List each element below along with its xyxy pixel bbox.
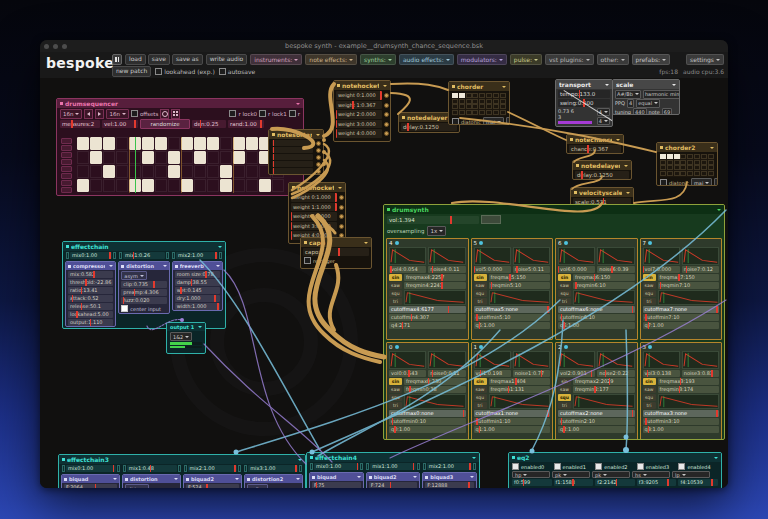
delay-slider[interactable]: delay:0.1250 — [575, 171, 629, 179]
pan-box[interactable] — [481, 215, 501, 224]
distortion2-effect[interactable]: distortion2soft — [244, 474, 303, 488]
chord-cell[interactable] — [493, 104, 499, 109]
param-slider[interactable]: ratio:13.41 — [68, 287, 113, 294]
drumsequencer-module[interactable]: drumsequencer 16n 16n offsets r lock0 r … — [56, 98, 304, 196]
drumsynth-cell[interactable]: 4vol4:0.054noise4:0.11sinsawsqutrifreqma… — [386, 238, 469, 340]
module-header[interactable]: eq2 — [509, 453, 721, 462]
chord-cell[interactable] — [667, 154, 673, 159]
freq-envelope-display[interactable] — [573, 290, 635, 305]
play-pause-button[interactable] — [112, 54, 122, 65]
param-slider[interactable]: threshold:-22.86 — [68, 279, 113, 286]
module-menu-icon[interactable] — [717, 209, 721, 211]
write-audio-button[interactable]: write audio — [206, 54, 248, 65]
r-lock2-checkbox[interactable]: r — [289, 110, 300, 117]
eq2-module[interactable]: eq2 enabled0enabled1enabled2enabled3enab… — [508, 452, 722, 488]
reset-button[interactable]: reset — [558, 127, 580, 128]
module-header[interactable]: effectchain — [63, 242, 225, 251]
sorter-row[interactable] — [272, 147, 313, 153]
param-slider[interactable]: release:50.1 — [68, 303, 113, 310]
chord-cell[interactable] — [687, 160, 693, 165]
tone-envelope-display[interactable] — [389, 351, 426, 369]
module-menu-icon[interactable] — [198, 326, 202, 328]
osc-tri-button[interactable]: tri — [474, 298, 487, 305]
seq-step-cell[interactable] — [142, 165, 154, 178]
drag-handle[interactable] — [310, 463, 313, 470]
seq-step-cell[interactable] — [194, 137, 206, 150]
seq-step-cell[interactable] — [77, 179, 89, 192]
param-slider[interactable]: F:12888 — [425, 482, 474, 488]
seq-step-cell[interactable] — [155, 151, 167, 164]
row-connector[interactable] — [61, 152, 72, 158]
chord-cell[interactable] — [493, 93, 499, 98]
chord-type-dropdown[interactable]: maj — [691, 178, 712, 186]
module-menu-icon[interactable] — [624, 165, 628, 167]
osc-saw-button[interactable]: saw — [474, 282, 487, 289]
param-slider[interactable]: attack:0.52 — [68, 295, 113, 302]
category-menu-prefabs[interactable]: prefabs: — [632, 54, 671, 65]
output-node[interactable] — [316, 162, 321, 167]
chance-slider[interactable]: chance:0.367 — [569, 145, 621, 153]
chord-cell[interactable] — [500, 110, 506, 115]
module-menu-icon[interactable] — [672, 84, 676, 86]
noise-slider[interactable]: noise5:0.11 — [513, 266, 550, 273]
category-menu-modulators[interactable]: modulators: — [457, 54, 507, 65]
chord-cell[interactable] — [680, 165, 686, 170]
chord-cell[interactable] — [459, 99, 465, 104]
module-header[interactable]: notehocket — [334, 81, 390, 90]
chord-cell[interactable] — [667, 160, 673, 165]
module-header[interactable]: effectchain3 — [59, 455, 305, 464]
seq-step-cell[interactable] — [220, 179, 232, 192]
noise-envelope-display[interactable] — [513, 351, 550, 369]
osc-tri-button[interactable]: tri — [558, 298, 571, 305]
mix-slider[interactable]: mix2:1.00 — [176, 252, 218, 259]
module-header[interactable]: notesorter — [269, 130, 323, 139]
seq-step-cell[interactable] — [194, 165, 206, 178]
drag-handle[interactable] — [360, 463, 363, 470]
row-connector[interactable] — [61, 159, 72, 165]
chord-cell[interactable] — [694, 165, 700, 170]
compressor-effect[interactable]: compressormix:0.582threshold:-22.86ratio… — [65, 261, 116, 327]
seq-param-slider[interactable]: den:0.25 — [192, 120, 226, 128]
noise-envelope-display[interactable] — [513, 247, 550, 265]
param-slider[interactable]: lookahead:5.00 — [68, 311, 113, 318]
chord-cell[interactable] — [660, 154, 666, 159]
osc-tri-button[interactable]: tri — [389, 298, 402, 305]
chord-cell[interactable] — [466, 104, 472, 109]
chord-cell[interactable] — [660, 165, 666, 170]
seq-step-cell[interactable] — [77, 151, 89, 164]
q-slider[interactable]: q5:1.00 — [474, 322, 551, 329]
tone-envelope-display[interactable] — [558, 247, 595, 265]
chord-cell[interactable] — [459, 104, 465, 109]
seq-step-cell[interactable] — [181, 179, 193, 192]
mix-slider[interactable]: mix0:1.00 — [70, 252, 112, 259]
chord-cell[interactable] — [660, 160, 666, 165]
chord-cell[interactable] — [479, 104, 485, 109]
seq-step-cell[interactable] — [142, 179, 154, 192]
diatonic-checkbox[interactable]: diatonic — [452, 118, 481, 125]
param-slider[interactable]: F:2064 — [64, 484, 117, 488]
q-slider[interactable]: q2:1.00 — [558, 426, 635, 433]
module-menu-icon[interactable] — [616, 139, 620, 141]
freq-envelope-display[interactable] — [404, 394, 466, 409]
biquad-effect[interactable]: biquadF:75 — [309, 472, 364, 488]
biquad2-effect[interactable]: biquad2F:524 — [183, 474, 242, 488]
module-header[interactable]: velocityscaler2 — [571, 188, 633, 197]
tuning-value[interactable]: 440 — [633, 108, 647, 116]
drag-handle[interactable] — [473, 463, 476, 470]
cutoffmax-slider[interactable]: cutoffmax1:none — [474, 410, 551, 417]
chord-grid[interactable] — [660, 154, 714, 177]
seq-step-cell[interactable] — [194, 179, 206, 192]
distortion-effect[interactable]: distortiondirty — [122, 474, 181, 488]
biquad2-effect[interactable]: biquad2F:724 — [366, 472, 421, 488]
chord-cell[interactable] — [687, 171, 693, 176]
freqmax-slider[interactable]: freqmax4:2257 — [404, 274, 466, 281]
seq-step-cell[interactable] — [103, 151, 115, 164]
noise-slider[interactable]: noise6:0.39 — [597, 266, 634, 273]
seq-step-cell[interactable] — [246, 165, 258, 178]
filter-type-dropdown[interactable]: hp — [512, 471, 550, 478]
weight-slider[interactable]: weight 0:1.000 — [291, 193, 337, 202]
param-slider[interactable]: mix:0.582 — [68, 271, 113, 278]
seq-step-cell[interactable] — [155, 179, 167, 192]
freqmin-slider[interactable]: freqmin6:10 — [573, 282, 635, 289]
cutoffmax-slider[interactable]: cutoffmax7:none — [643, 306, 720, 313]
